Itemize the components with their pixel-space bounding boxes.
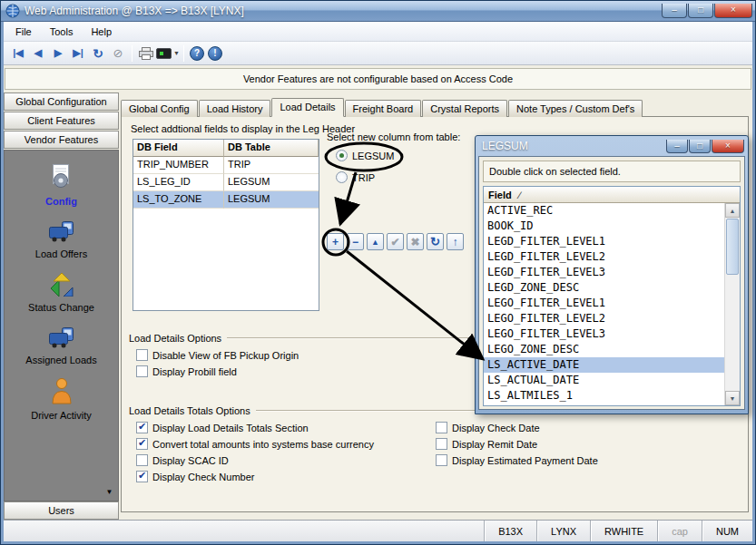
field-row[interactable]: LS_ACTUAL_DATE xyxy=(484,373,724,388)
menubar: File Tools Help xyxy=(4,22,752,42)
refresh-list-button[interactable]: ↻ xyxy=(427,233,444,250)
field-column-header[interactable]: Field ∕ xyxy=(484,187,740,203)
minimize-button[interactable]: – xyxy=(662,4,687,18)
titlebar: Web Administration @ B13X => B13X [LYNX]… xyxy=(1,1,755,22)
statusbar: B13X LYNX RWHITE cap NUM xyxy=(4,520,752,541)
cancel-button[interactable]: ✖ xyxy=(407,233,424,250)
sidebar-button-client-features[interactable]: Client Features xyxy=(4,112,119,130)
checkbox-icon xyxy=(436,438,447,450)
maximize-button[interactable]: □ xyxy=(688,4,713,18)
field-row[interactable]: LS_ALTMILES_1 xyxy=(484,388,724,404)
checkbox-icon xyxy=(136,471,148,482)
statusbar-spacer xyxy=(4,521,484,541)
terminal-dropdown-icon[interactable]: ▼ xyxy=(173,50,180,56)
sidebar-nav-panel: Config Load Offers Status Change xyxy=(4,150,119,501)
checkbox-label: Convert total amounts into systems base … xyxy=(152,439,374,450)
leg-header-label: Select addtional fields to display in th… xyxy=(131,123,355,134)
popup-minimize-button[interactable]: – xyxy=(666,140,688,153)
table-row[interactable]: LS_TO_ZONE LEGSUM xyxy=(133,191,319,209)
help-button[interactable]: ? xyxy=(190,46,204,61)
statusbar-cell: RWHITE xyxy=(590,521,657,541)
popup-title: LEGSUM xyxy=(482,140,528,152)
radio-icon xyxy=(336,150,348,161)
field-row[interactable]: LS_ACTIVE_DATE xyxy=(484,357,724,373)
first-record-button[interactable]: |◀ xyxy=(8,44,28,63)
info-button[interactable]: ! xyxy=(208,46,222,61)
sidebar-button-global-configuration[interactable]: Global Configuration xyxy=(4,92,119,111)
radio-option-trip[interactable]: TRIP xyxy=(336,171,375,183)
field-row[interactable]: LEGO_FILTER_LEVEL1 xyxy=(484,296,724,311)
print-button[interactable] xyxy=(136,44,156,63)
sidebar-item-config[interactable]: Config xyxy=(45,163,77,207)
disconnect-button[interactable]: ⊘ xyxy=(108,44,128,63)
tab[interactable]: Freight Board xyxy=(345,100,422,117)
checkbox-display-check-date[interactable]: Display Check Date xyxy=(436,422,540,433)
checkbox-display-remit-date[interactable]: Display Remit Date xyxy=(436,438,537,450)
field-row[interactable]: LEGO_FILTER_LEVEL3 xyxy=(484,326,724,342)
field-row[interactable]: LS_ALTMILES_2 xyxy=(484,404,724,405)
checkbox-display-totals-section[interactable]: Display Load Details Totals Section xyxy=(136,422,309,433)
sidebar-button-vendor-features[interactable]: Vendor Features xyxy=(4,131,119,149)
tab[interactable]: Load Details xyxy=(271,98,343,117)
options-section-title: Load Details Options xyxy=(129,333,221,344)
tab[interactable]: Load History xyxy=(199,100,271,117)
checkbox-icon xyxy=(136,454,148,466)
sidebar-item-status-change[interactable]: Status Change xyxy=(28,271,94,313)
add-field-button[interactable]: + xyxy=(327,233,344,250)
checkbox-display-estimated-payment-date[interactable]: Display Estimated Payment Date xyxy=(436,454,598,466)
sidebar-item-assigned-loads[interactable]: Assigned Loads xyxy=(25,325,96,365)
column-header-db-table[interactable]: DB Table xyxy=(224,140,319,157)
sidebar-item-load-offers[interactable]: Load Offers xyxy=(35,219,87,259)
field-row[interactable]: LEGO_ZONE_DESC xyxy=(484,342,724,357)
terminal-button[interactable]: ▼ xyxy=(156,44,180,63)
remove-field-button[interactable]: − xyxy=(347,233,364,250)
field-row[interactable]: LEGD_FILTER_LEVEL2 xyxy=(484,249,724,265)
checkbox-display-check-number[interactable]: Display Check Number xyxy=(136,471,254,482)
menu-item[interactable]: Tools xyxy=(41,23,83,41)
radio-option-legsum[interactable]: LEGSUM xyxy=(336,150,394,161)
config-icon xyxy=(49,163,73,192)
move-up-button[interactable]: ▲ xyxy=(367,233,384,250)
tab[interactable]: Crystal Reports xyxy=(422,100,507,117)
select-column-label: Select new column from table: xyxy=(327,131,460,142)
table-row[interactable]: TRIP_NUMBER TRIP xyxy=(133,157,319,174)
move-top-button[interactable]: ↑ xyxy=(447,233,464,250)
scroll-down-button[interactable]: ▼ xyxy=(725,391,740,405)
last-record-button[interactable]: ▶| xyxy=(68,44,88,63)
scroll-up-button[interactable]: ▲ xyxy=(725,203,740,218)
toolbar-separator xyxy=(132,45,133,62)
tab[interactable]: Note Types / Custom Def's xyxy=(508,100,643,117)
field-row[interactable]: BOOK_ID xyxy=(484,219,724,234)
menu-item[interactable]: Help xyxy=(82,23,121,41)
legsum-popup: LEGSUM – □ × Double click on selected fi… xyxy=(475,135,749,414)
checkbox-label: Display Remit Date xyxy=(452,439,537,450)
tab[interactable]: Global Config xyxy=(121,100,198,117)
close-button[interactable]: × xyxy=(714,4,752,18)
toolbar-separator xyxy=(183,45,184,62)
popup-maximize-button[interactable]: □ xyxy=(689,140,711,153)
table-row[interactable]: LS_LEG_ID LEGSUM xyxy=(133,174,319,191)
checkbox-display-scac-id[interactable]: Display SCAC ID xyxy=(136,454,229,466)
field-row[interactable]: LEGD_FILTER_LEVEL3 xyxy=(484,265,724,280)
refresh-button[interactable]: ↻ xyxy=(88,44,108,63)
field-row[interactable]: LEGD_FILTER_LEVEL1 xyxy=(484,234,724,249)
field-row[interactable]: LEGO_FILTER_LEVEL2 xyxy=(484,311,724,326)
sidebar-scroll-down-button[interactable]: ▼ xyxy=(103,486,115,498)
sidebar-item-driver-activity[interactable]: Driver Activity xyxy=(31,377,92,421)
checkbox-display-probill[interactable]: Display Probill field xyxy=(136,365,237,377)
accept-button[interactable]: ✔ xyxy=(387,233,404,250)
previous-record-button[interactable]: ◀ xyxy=(28,44,48,63)
sidebar-button-users[interactable]: Users xyxy=(4,501,119,520)
column-header-db-field[interactable]: DB Field xyxy=(133,140,224,157)
next-record-button[interactable]: ▶ xyxy=(48,44,68,63)
access-banner: Vendor Features are not configurable bas… xyxy=(5,68,751,90)
field-row[interactable]: LEGD_ZONE_DESC xyxy=(484,280,724,296)
field-list-scrollbar[interactable]: ▲ ▼ xyxy=(724,203,740,405)
scroll-thumb[interactable] xyxy=(726,219,739,275)
popup-close-button[interactable]: × xyxy=(712,140,744,153)
popup-instruction: Double click on selected field. xyxy=(483,161,741,182)
checkbox-disable-fb-pickup-origin[interactable]: Disable View of FB Pickup Origin xyxy=(136,349,299,361)
field-row[interactable]: ACTIVE_REC xyxy=(484,203,724,219)
menu-item[interactable]: File xyxy=(6,23,41,41)
checkbox-convert-currency[interactable]: Convert total amounts into systems base … xyxy=(136,438,374,450)
